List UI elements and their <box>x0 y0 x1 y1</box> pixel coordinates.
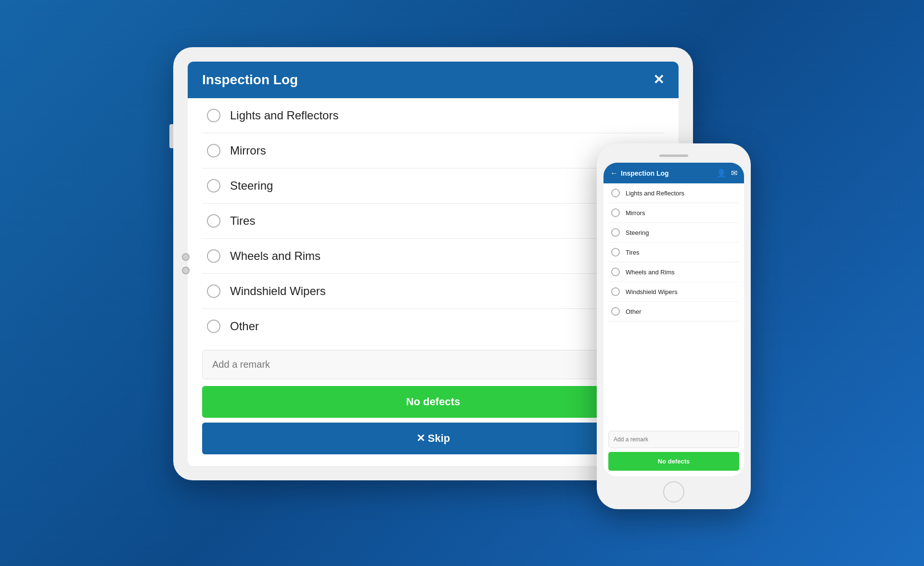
list-item[interactable]: Windshield Wipers <box>202 274 664 309</box>
phone-header-left: ← Inspection Log <box>610 169 669 178</box>
modal-title: Inspection Log <box>202 72 298 88</box>
no-defects-button[interactable]: No defects <box>202 386 664 418</box>
radio-other[interactable] <box>207 320 220 333</box>
phone-label-mirrors: Mirrors <box>626 209 645 217</box>
tablet-button-2 <box>182 267 190 274</box>
phone-header-icons: 👤 ✉ <box>717 168 737 178</box>
list-item[interactable]: Steering <box>608 223 739 243</box>
mail-icon[interactable]: ✉ <box>731 168 737 178</box>
phone-home-button[interactable] <box>663 481 684 502</box>
phone-label-lights: Lights and Reflectors <box>626 190 684 197</box>
phone-remark-input[interactable] <box>608 431 739 448</box>
list-item[interactable]: Other <box>202 309 664 342</box>
phone-radio-tires[interactable] <box>611 248 620 257</box>
list-item[interactable]: Other <box>608 302 739 322</box>
phone-radio-wheels[interactable] <box>611 268 620 276</box>
phone-header: ← Inspection Log 👤 ✉ <box>603 163 744 183</box>
phone-label-steering: Steering <box>626 229 649 236</box>
remark-input[interactable] <box>202 350 664 379</box>
checklist-label-windshield: Windshield Wipers <box>230 284 326 298</box>
checklist-label-other: Other <box>230 320 259 333</box>
phone-checklist: Lights and Reflectors Mirrors Steering T… <box>603 183 744 427</box>
phone-radio-mirrors[interactable] <box>611 208 620 217</box>
radio-wheels-rims[interactable] <box>207 249 220 263</box>
phone-label-other: Other <box>626 308 642 315</box>
skip-button[interactable]: ✕ Skip <box>202 423 664 454</box>
phone-radio-other[interactable] <box>611 307 620 316</box>
phone-notch <box>603 150 744 159</box>
checklist-label-lights: Lights and Reflectors <box>230 109 338 122</box>
back-arrow-icon[interactable]: ← <box>610 169 618 178</box>
phone-title: Inspection Log <box>621 169 669 177</box>
phone-label-wheels: Wheels and Rims <box>626 269 675 276</box>
phone-radio-lights[interactable] <box>611 189 620 197</box>
phone-no-defects-button[interactable]: No defects <box>608 452 739 471</box>
checklist-label-steering: Steering <box>230 179 273 193</box>
tablet-button-1 <box>182 253 190 261</box>
tablet-side-buttons <box>182 253 190 274</box>
list-item[interactable]: Mirrors <box>202 133 664 168</box>
radio-mirrors[interactable] <box>207 144 220 157</box>
phone-footer: No defects <box>603 427 744 476</box>
checklist-label-tires: Tires <box>230 214 255 228</box>
phone-label-tires: Tires <box>626 249 639 256</box>
phone-screen: ← Inspection Log 👤 ✉ Lights and Reflecto… <box>603 163 744 476</box>
list-item[interactable]: Mirrors <box>608 203 739 223</box>
radio-steering[interactable] <box>207 179 220 193</box>
phone-radio-steering[interactable] <box>611 228 620 237</box>
phone-status-bar <box>659 154 688 157</box>
phone-radio-windshield[interactable] <box>611 287 620 296</box>
person-icon[interactable]: 👤 <box>717 168 726 178</box>
phone-device: ← Inspection Log 👤 ✉ Lights and Reflecto… <box>597 143 751 509</box>
checklist-label-mirrors: Mirrors <box>230 144 266 157</box>
checklist-label-wheels: Wheels and Rims <box>230 249 321 263</box>
list-item[interactable]: Wheels and Rims <box>608 262 739 282</box>
list-item[interactable]: Tires <box>202 204 664 239</box>
list-item[interactable]: Lights and Reflectors <box>608 183 739 203</box>
phone-label-windshield: Windshield Wipers <box>626 288 678 296</box>
radio-tires[interactable] <box>207 214 220 228</box>
radio-windshield[interactable] <box>207 284 220 298</box>
list-item[interactable]: Lights and Reflectors <box>202 98 664 133</box>
modal-header: Inspection Log ✕ <box>188 62 679 98</box>
list-item[interactable]: Tires <box>608 243 739 262</box>
radio-lights-reflectors[interactable] <box>207 109 220 122</box>
scene: Inspection Log ✕ Lights and Reflectors M… <box>173 47 751 519</box>
close-button[interactable]: ✕ <box>653 73 664 87</box>
list-item[interactable]: Windshield Wipers <box>608 282 739 302</box>
list-item[interactable]: Steering <box>202 168 664 204</box>
list-item[interactable]: Wheels and Rims <box>202 239 664 274</box>
